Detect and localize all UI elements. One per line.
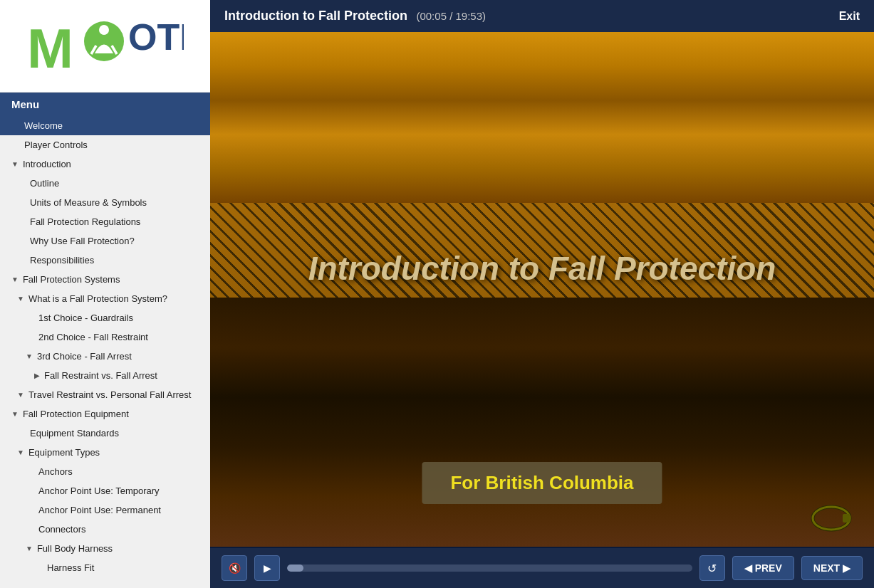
menu-item-label: Units of Measure & Symbols: [30, 197, 147, 208]
menu-item-3[interactable]: Outline: [0, 174, 210, 193]
menu-item-label: Connectors: [38, 524, 85, 535]
arrow-down-icon: [26, 545, 33, 552]
exit-button[interactable]: Exit: [839, 10, 860, 23]
harness-top-image: [210, 32, 874, 203]
arrow-right-icon: [34, 372, 40, 379]
play-button[interactable]: ▶: [254, 555, 280, 581]
svg-rect-2: [843, 514, 850, 523]
menu-item-15[interactable]: Fall Protection Equipment: [0, 404, 210, 424]
slide-background: Introduction to Fall Protection For Brit…: [210, 32, 874, 547]
menu-item-11[interactable]: 2nd Choice - Fall Restraint: [0, 327, 210, 347]
menu-item-21[interactable]: Connectors: [0, 520, 210, 539]
arrow-down-icon: [17, 295, 24, 303]
menu-item-label: Travel Restraint vs. Personal Fall Arres…: [28, 389, 192, 400]
controls-bar: 🔇 ▶ ↺ ◀ PREV NEXT ▶: [210, 547, 874, 588]
logo-area: M OTF: [0, 0, 210, 93]
menu-item-5[interactable]: Fall Protection Regulations: [0, 212, 210, 231]
arrow-down-icon: [11, 410, 19, 418]
menu-item-label: Introduction: [23, 159, 71, 169]
arrow-down-icon: [11, 275, 19, 283]
menu-item-17[interactable]: Equipment Types: [0, 443, 210, 462]
menu-item-label: Anchor Point Use: Permanent: [38, 505, 161, 515]
menu-item-label: Fall Protection Regulations: [30, 216, 140, 227]
menu-item-label: Anchors: [38, 466, 73, 477]
menu-item-22[interactable]: Full Body Harness: [0, 539, 210, 558]
arrow-down-icon: [26, 352, 33, 360]
menu-item-14[interactable]: Travel Restraint vs. Personal Fall Arres…: [0, 385, 210, 404]
menu-item-12[interactable]: 3rd Choice - Fall Arrest: [0, 347, 210, 366]
menu-item-10[interactable]: 1st Choice - Guardrails: [0, 308, 210, 327]
menu-item-label: Harness Fit: [47, 562, 94, 573]
menu-item-23[interactable]: Harness Fit: [0, 558, 210, 577]
menu-item-label: Anchor Point Use: Temporary: [38, 485, 160, 496]
menu-item-6[interactable]: Why Use Fall Protection?: [0, 231, 210, 251]
menu-item-1[interactable]: Player Controls: [0, 135, 210, 154]
next-button[interactable]: NEXT ▶: [801, 556, 863, 580]
slide-title: Introduction to Fall Protection: [308, 249, 776, 288]
slide-title-box: Introduction to Fall Protection: [308, 249, 776, 288]
menu-item-label: Fall Restraint vs. Fall Arrest: [44, 370, 157, 381]
menu-item-9[interactable]: What is a Fall Protection System?: [0, 289, 210, 308]
menu-item-label: What is a Fall Protection System?: [28, 293, 167, 304]
arrow-down-icon: [17, 391, 24, 399]
menu-item-13[interactable]: Fall Restraint vs. Fall Arrest: [0, 366, 210, 385]
menu-item-label: 1st Choice - Guardrails: [38, 313, 133, 323]
sidebar: M OTF Menu WelcomePlayer ControlsIntrodu…: [0, 0, 210, 588]
main-content: Introduction to Fall Protection (00:05 /…: [210, 0, 874, 588]
menu-item-label: Equipment Standards: [30, 428, 119, 439]
menu-item-label: 3rd Choice - Fall Arrest: [37, 351, 132, 362]
menu-item-label: Welcome: [24, 120, 63, 131]
progress-bar[interactable]: [287, 565, 692, 572]
mute-button[interactable]: 🔇: [222, 555, 247, 581]
arrow-down-icon: [11, 160, 19, 168]
menu-item-label: Fall Protection Systems: [23, 274, 120, 285]
video-area: Introduction to Fall Protection For Brit…: [210, 32, 874, 547]
progress-fill: [287, 565, 303, 572]
course-title: Introduction to Fall Protection: [224, 9, 407, 23]
top-bar-title-area: Introduction to Fall Protection (00:05 /…: [224, 9, 486, 23]
logo: M OTF: [27, 11, 184, 82]
carabiner-icon: [810, 504, 853, 532]
menu-item-label: Responsibilities: [30, 255, 94, 266]
menu-header: Menu: [0, 93, 210, 116]
menu-item-label: Player Controls: [24, 140, 88, 150]
prev-button[interactable]: ◀ PREV: [732, 556, 794, 580]
menu-item-18[interactable]: Anchors: [0, 462, 210, 481]
menu-label: Menu: [11, 98, 39, 110]
logo-head: [99, 25, 109, 35]
menu-item-20[interactable]: Anchor Point Use: Permanent: [0, 500, 210, 520]
logo-otf-text: OTF: [128, 16, 184, 58]
menu-item-7[interactable]: Responsibilities: [0, 251, 210, 270]
logo-m-letter: M: [27, 17, 73, 80]
menu-item-label: Why Use Fall Protection?: [30, 236, 135, 246]
arrow-down-icon: [17, 448, 24, 456]
slide-subtitle-box: For British Columbia: [422, 462, 662, 504]
menu-list: WelcomePlayer ControlsIntroductionOutlin…: [0, 116, 210, 588]
course-time: (00:05 / 19:53): [416, 10, 486, 22]
menu-item-label: 2nd Choice - Fall Restraint: [38, 332, 148, 342]
harness-bottom-image: [210, 298, 874, 547]
menu-item-label: Equipment Types: [28, 447, 100, 458]
menu-item-19[interactable]: Anchor Point Use: Temporary: [0, 481, 210, 500]
menu-item-label: Fall Protection Equipment: [23, 409, 129, 419]
menu-item-8[interactable]: Fall Protection Systems: [0, 270, 210, 289]
menu-item-2[interactable]: Introduction: [0, 154, 210, 174]
refresh-button[interactable]: ↺: [699, 555, 725, 581]
menu-item-label: Outline: [30, 178, 59, 189]
slide-subtitle: For British Columbia: [450, 472, 633, 494]
top-bar: Introduction to Fall Protection (00:05 /…: [210, 0, 874, 32]
menu-item-16[interactable]: Equipment Standards: [0, 424, 210, 443]
menu-item-label: Full Body Harness: [37, 543, 113, 554]
menu-item-0[interactable]: Welcome: [0, 116, 210, 135]
menu-item-4[interactable]: Units of Measure & Symbols: [0, 193, 210, 212]
